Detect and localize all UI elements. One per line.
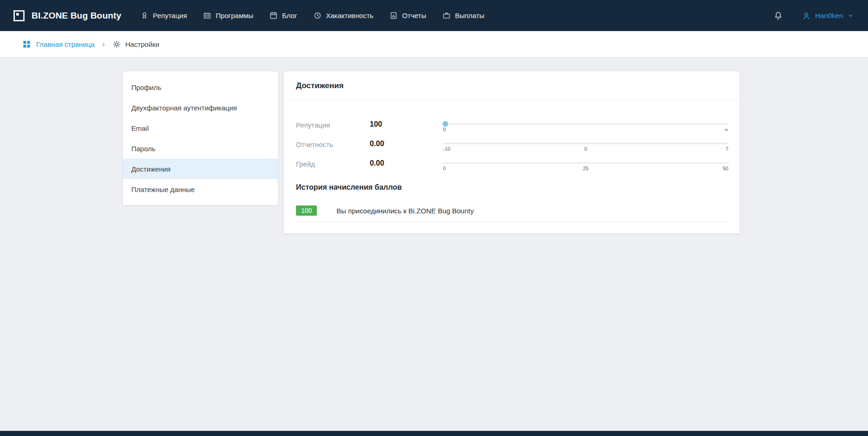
nav-label: Программы xyxy=(216,12,253,19)
chevron-right-icon: › xyxy=(102,40,105,48)
footer-bar xyxy=(0,431,868,436)
achievements-card: Достижения Репутация 100 0 ∞ Отчетн xyxy=(284,71,739,233)
scale-mid: 0 xyxy=(584,146,587,152)
scale-min: -10 xyxy=(443,146,450,152)
scale-max: ∞ xyxy=(725,127,728,132)
nav-label: Отчеты xyxy=(402,12,426,19)
main-content: Профиль Двухфакторная аутентификация Ema… xyxy=(0,58,868,233)
briefcase-icon xyxy=(442,11,451,20)
menu-item-achievements[interactable]: Достижения xyxy=(123,159,278,179)
scale-min: 0 xyxy=(443,127,446,132)
gear-icon xyxy=(112,40,121,49)
username: Han0ken xyxy=(815,12,843,19)
scale-max: 50 xyxy=(723,166,728,171)
brand[interactable]: BI.ZONE Bug Bounty xyxy=(12,9,122,23)
metric-row-reporting: Отчетность 0.00 -10 0 7 xyxy=(296,140,728,152)
nav-hackactivity[interactable]: Хакактивность xyxy=(313,11,373,20)
brand-title: BI.ZONE Bug Bounty xyxy=(32,11,122,21)
user-menu[interactable]: Han0ken xyxy=(802,11,854,20)
breadcrumb-current-label: Настройки xyxy=(125,40,160,48)
metric-label: Отчетность xyxy=(296,140,370,148)
nav-payouts[interactable]: Выплаты xyxy=(442,11,484,20)
card-title: Достижения xyxy=(284,71,739,101)
scale-min: 0 xyxy=(443,166,446,171)
metric-label: Грейд xyxy=(296,159,370,168)
metric-value: 0.00 xyxy=(370,159,443,167)
slider-scale: 0 25 50 xyxy=(443,166,728,171)
nav-label: Репутация xyxy=(153,12,187,19)
slider-handle[interactable] xyxy=(443,121,448,127)
nav-reputation[interactable]: Репутация xyxy=(140,11,187,20)
card-body: Репутация 100 0 ∞ Отчетность 0.00 xyxy=(284,101,739,233)
calendar-icon xyxy=(269,11,278,20)
user-icon xyxy=(802,11,811,20)
points-history: История начисления баллов 100 Вы присоед… xyxy=(296,183,728,233)
breadcrumb-home-label: Главная страница xyxy=(36,40,95,48)
breadcrumb-current: Настройки xyxy=(112,40,160,49)
slider-track xyxy=(443,123,728,125)
medal-icon xyxy=(140,11,149,20)
grade-slider: 0 25 50 xyxy=(443,159,728,171)
menu-item-email[interactable]: Email xyxy=(123,118,278,138)
nav-label: Хакактивность xyxy=(326,12,373,19)
menu-item-password[interactable]: Пароль xyxy=(123,138,278,159)
nav-label: Блог xyxy=(282,12,297,19)
chevron-down-icon xyxy=(847,12,854,19)
nav-programs[interactable]: Программы xyxy=(203,11,253,20)
breadcrumb: Главная страница › Настройки xyxy=(0,31,868,58)
bizone-logo-icon xyxy=(12,9,26,23)
reputation-slider: 0 ∞ xyxy=(443,120,728,132)
menu-item-2fa[interactable]: Двухфакторная аутентификация xyxy=(123,97,278,118)
metric-value: 100 xyxy=(370,120,443,128)
main-nav: Репутация Программы Блог xyxy=(140,11,484,20)
nav-label: Выплаты xyxy=(455,12,484,19)
metric-row-grade: Грейд 0.00 0 25 50 xyxy=(296,159,728,171)
grid-icon xyxy=(22,40,31,49)
metric-row-reputation: Репутация 100 0 ∞ xyxy=(296,120,728,132)
slider-track xyxy=(443,162,728,164)
top-navigation: BI.ZONE Bug Bounty Репутация Программы xyxy=(0,0,868,31)
nav-blog[interactable]: Блог xyxy=(269,11,297,20)
points-history-title: История начисления баллов xyxy=(296,183,728,192)
slider-scale: -10 0 7 xyxy=(443,146,728,152)
report-icon xyxy=(389,11,398,20)
metric-value: 0.00 xyxy=(370,140,443,148)
reporting-slider: -10 0 7 xyxy=(443,140,728,152)
bell-icon[interactable] xyxy=(773,11,783,20)
clock-history-icon xyxy=(313,11,322,20)
slider-track xyxy=(443,143,728,144)
breadcrumb-home-link[interactable]: Главная страница xyxy=(22,40,95,49)
menu-item-profile[interactable]: Профиль xyxy=(123,77,278,97)
scale-mid: 25 xyxy=(583,166,588,171)
slider-scale: 0 ∞ xyxy=(443,127,728,132)
history-entry: 100 Вы присоединились к Bi.ZONE Bug Boun… xyxy=(296,205,728,222)
points-badge: 100 xyxy=(296,205,317,216)
scale-max: 7 xyxy=(726,146,728,152)
history-entry-text: Вы присоединились к Bi.ZONE Bug Bounty xyxy=(336,207,474,215)
building-icon xyxy=(203,11,212,20)
settings-menu: Профиль Двухфакторная аутентификация Ema… xyxy=(123,71,278,205)
metric-label: Репутация xyxy=(296,120,370,129)
menu-item-payment-data[interactable]: Платежные данные xyxy=(123,179,278,199)
nav-reports[interactable]: Отчеты xyxy=(389,11,426,20)
nav-right: Han0ken xyxy=(773,11,854,20)
